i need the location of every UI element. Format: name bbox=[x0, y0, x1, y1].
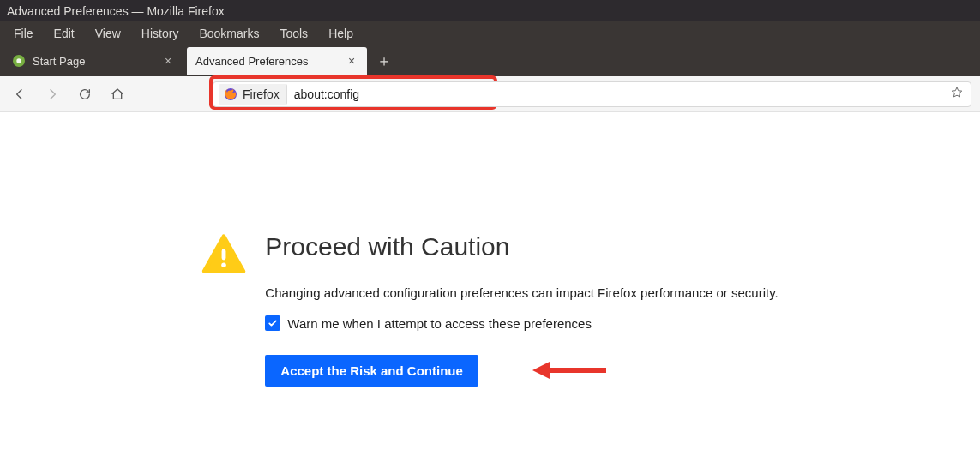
page-heading: Proceed with Caution bbox=[265, 232, 778, 261]
identity-label: Firefox bbox=[243, 87, 280, 101]
menu-bookmarks[interactable]: Bookmarks bbox=[190, 25, 268, 42]
svg-point-1 bbox=[16, 58, 21, 63]
warning-message: Proceed with Caution Changing advanced c… bbox=[265, 232, 778, 387]
reload-button[interactable] bbox=[72, 81, 98, 107]
annotation-arrow-icon bbox=[531, 360, 608, 383]
tab-advanced-preferences[interactable]: Advanced Preferences × bbox=[187, 47, 367, 75]
warning-panel: Proceed with Caution Changing advanced c… bbox=[201, 232, 778, 387]
svg-marker-6 bbox=[532, 362, 550, 379]
home-button[interactable] bbox=[105, 81, 130, 107]
menu-edit[interactable]: Edit bbox=[45, 25, 83, 42]
svg-point-4 bbox=[222, 262, 227, 267]
tab-bar: Start Page × Advanced Preferences × ＋ bbox=[0, 45, 980, 76]
warn-checkbox-row[interactable]: Warn me when I attempt to access these p… bbox=[265, 315, 778, 331]
bookmark-star-icon[interactable] bbox=[950, 86, 964, 102]
back-button[interactable] bbox=[7, 81, 33, 107]
menu-file[interactable]: File bbox=[5, 25, 42, 42]
identity-box[interactable]: Firefox bbox=[219, 84, 287, 105]
menu-bar: File Edit View History Bookmarks Tools H… bbox=[0, 21, 980, 45]
arrow-right-icon bbox=[45, 87, 59, 101]
menu-tools[interactable]: Tools bbox=[271, 25, 316, 42]
firefox-logo-icon bbox=[224, 87, 237, 101]
svg-rect-3 bbox=[222, 249, 226, 261]
arrow-left-icon bbox=[13, 87, 27, 101]
ubuntu-favicon-icon bbox=[12, 54, 26, 68]
checkbox-checked-icon[interactable] bbox=[265, 315, 280, 331]
url-container: Firefox about:config bbox=[213, 81, 971, 108]
url-text[interactable]: about:config bbox=[294, 87, 965, 101]
page-content: Proceed with Caution Changing advanced c… bbox=[0, 112, 980, 387]
new-tab-button[interactable]: ＋ bbox=[370, 47, 398, 75]
accept-button[interactable]: Accept the Risk and Continue bbox=[265, 355, 478, 387]
menu-view[interactable]: View bbox=[87, 25, 129, 42]
tab-start-page[interactable]: Start Page × bbox=[3, 47, 183, 75]
menu-history[interactable]: History bbox=[133, 25, 188, 42]
window-title: Advanced Preferences — Mozilla Firefox bbox=[7, 4, 225, 18]
warning-triangle-icon bbox=[201, 232, 246, 279]
page-description: Changing advanced configuration preferen… bbox=[265, 285, 778, 300]
tab-close-icon[interactable]: × bbox=[161, 54, 175, 68]
forward-button[interactable] bbox=[39, 81, 65, 107]
checkbox-label: Warn me when I attempt to access these p… bbox=[287, 316, 592, 331]
tab-label: Start Page bbox=[33, 55, 154, 68]
tab-close-icon[interactable]: × bbox=[345, 54, 358, 68]
url-bar[interactable]: Firefox about:config bbox=[213, 81, 971, 107]
reload-icon bbox=[78, 87, 92, 101]
menu-help[interactable]: Help bbox=[320, 25, 362, 42]
tab-label: Advanced Preferences bbox=[195, 55, 338, 68]
home-icon bbox=[111, 87, 124, 101]
window-title-bar: Advanced Preferences — Mozilla Firefox bbox=[0, 0, 980, 21]
toolbar: Firefox about:config bbox=[0, 76, 980, 112]
